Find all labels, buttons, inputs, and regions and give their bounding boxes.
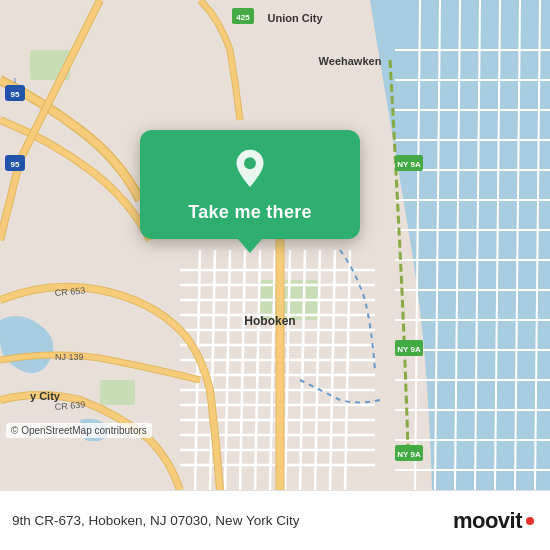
map-svg: 95 I 95 425 CR 653 CR 639 NJ 139 NY 9A N…: [0, 0, 550, 490]
moovit-brand-dot: [526, 517, 534, 525]
svg-rect-3: [100, 380, 135, 405]
location-address: 9th CR-673, Hoboken, NJ 07030, New York …: [12, 513, 453, 528]
svg-text:NJ 139: NJ 139: [55, 352, 84, 362]
svg-text:Hoboken: Hoboken: [244, 314, 295, 328]
moovit-brand-text: moovit: [453, 508, 522, 534]
svg-text:Union City: Union City: [268, 12, 324, 24]
svg-text:NY 9A: NY 9A: [397, 160, 421, 169]
svg-text:I: I: [14, 77, 16, 84]
take-me-there-button[interactable]: Take me there: [188, 202, 312, 223]
moovit-logo: moovit: [453, 508, 534, 534]
svg-text:95: 95: [11, 90, 20, 99]
svg-text:95: 95: [11, 160, 20, 169]
map-container: 95 I 95 425 CR 653 CR 639 NJ 139 NY 9A N…: [0, 0, 550, 490]
map-attribution: © OpenStreetMap contributors: [6, 423, 152, 438]
svg-point-73: [244, 157, 256, 169]
svg-text:NY 9A: NY 9A: [397, 345, 421, 354]
location-popup[interactable]: Take me there: [140, 130, 360, 239]
footer-bar: 9th CR-673, Hoboken, NJ 07030, New York …: [0, 490, 550, 550]
svg-text:y City: y City: [30, 390, 61, 402]
location-pin-icon: [228, 148, 272, 192]
svg-text:Weehawken: Weehawken: [319, 55, 382, 67]
svg-text:NY 9A: NY 9A: [397, 450, 421, 459]
svg-text:425: 425: [236, 13, 250, 22]
